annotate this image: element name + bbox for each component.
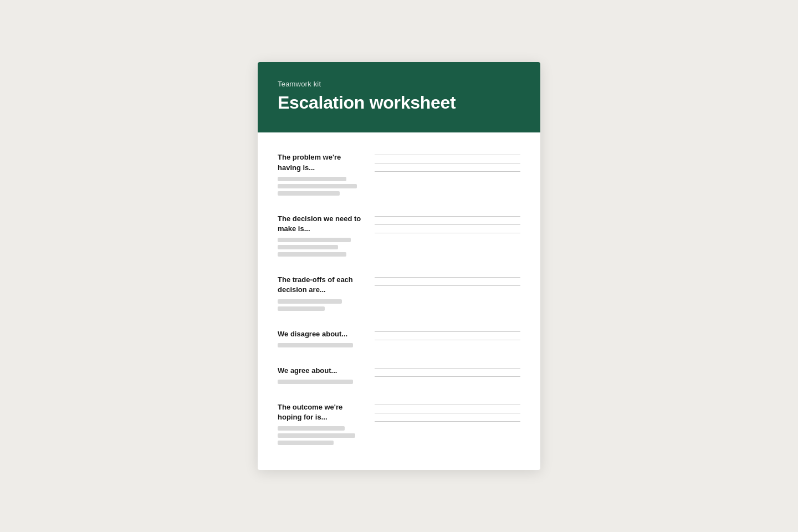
row-left-problem: The problem we're having is... bbox=[278, 152, 364, 198]
placeholder-line-outcome-2 bbox=[278, 441, 334, 445]
row-label-problem: The problem we're having is... bbox=[278, 152, 364, 172]
input-line-problem-1[interactable] bbox=[375, 163, 520, 163]
row-left-decision: The decision we need to make is... bbox=[278, 214, 364, 259]
input-line-problem-2[interactable] bbox=[375, 171, 520, 172]
input-line-tradeoffs-1[interactable] bbox=[375, 285, 520, 286]
input-line-disagree-1[interactable] bbox=[375, 340, 520, 340]
worksheet-row-tradeoffs: The trade-offs of each decision are... bbox=[278, 275, 520, 313]
input-line-outcome-0[interactable] bbox=[375, 405, 520, 405]
row-left-tradeoffs: The trade-offs of each decision are... bbox=[278, 275, 364, 313]
placeholder-line-problem-0 bbox=[278, 177, 346, 181]
document-card: Teamwork kit Escalation worksheet The pr… bbox=[258, 62, 540, 470]
input-line-tradeoffs-0[interactable] bbox=[375, 277, 520, 278]
input-line-problem-0[interactable] bbox=[375, 155, 520, 155]
input-line-agree-0[interactable] bbox=[375, 368, 520, 369]
input-line-outcome-1[interactable] bbox=[375, 413, 520, 413]
placeholder-line-disagree-0 bbox=[278, 343, 353, 347]
row-right-disagree bbox=[375, 329, 520, 340]
input-line-decision-2[interactable] bbox=[375, 233, 520, 233]
placeholder-line-problem-2 bbox=[278, 191, 340, 196]
row-label-tradeoffs: The trade-offs of each decision are... bbox=[278, 275, 364, 295]
document-title: Escalation worksheet bbox=[278, 93, 520, 113]
document-body: The problem we're having is...The decisi… bbox=[258, 132, 540, 470]
input-line-agree-1[interactable] bbox=[375, 376, 520, 377]
row-label-agree: We agree about... bbox=[278, 366, 364, 376]
row-right-outcome bbox=[375, 402, 520, 422]
worksheet-row-disagree: We disagree about... bbox=[278, 329, 520, 350]
row-right-decision bbox=[375, 214, 520, 233]
document-header: Teamwork kit Escalation worksheet bbox=[258, 62, 540, 133]
placeholder-line-tradeoffs-1 bbox=[278, 306, 325, 311]
placeholder-line-outcome-0 bbox=[278, 426, 345, 431]
row-right-agree bbox=[375, 366, 520, 377]
placeholder-line-agree-0 bbox=[278, 380, 353, 384]
placeholder-line-decision-1 bbox=[278, 245, 338, 249]
row-right-problem bbox=[375, 152, 520, 172]
row-label-outcome: The outcome we're hoping for is... bbox=[278, 402, 364, 422]
placeholder-line-tradeoffs-0 bbox=[278, 299, 342, 304]
row-label-disagree: We disagree about... bbox=[278, 329, 364, 339]
row-left-disagree: We disagree about... bbox=[278, 329, 364, 350]
document-subtitle: Teamwork kit bbox=[278, 80, 520, 88]
input-line-decision-0[interactable] bbox=[375, 216, 520, 217]
worksheet-row-agree: We agree about... bbox=[278, 366, 520, 387]
input-line-decision-1[interactable] bbox=[375, 224, 520, 225]
row-right-tradeoffs bbox=[375, 275, 520, 286]
placeholder-line-problem-1 bbox=[278, 184, 357, 188]
row-left-agree: We agree about... bbox=[278, 366, 364, 387]
placeholder-line-decision-2 bbox=[278, 252, 346, 257]
input-line-outcome-2[interactable] bbox=[375, 421, 520, 422]
worksheet-row-outcome: The outcome we're hoping for is... bbox=[278, 402, 520, 448]
row-label-decision: The decision we need to make is... bbox=[278, 214, 364, 234]
placeholder-line-outcome-1 bbox=[278, 433, 355, 438]
placeholder-line-decision-0 bbox=[278, 238, 351, 242]
worksheet-row-decision: The decision we need to make is... bbox=[278, 214, 520, 259]
input-line-disagree-0[interactable] bbox=[375, 331, 520, 332]
worksheet-row-problem: The problem we're having is... bbox=[278, 152, 520, 198]
row-left-outcome: The outcome we're hoping for is... bbox=[278, 402, 364, 448]
